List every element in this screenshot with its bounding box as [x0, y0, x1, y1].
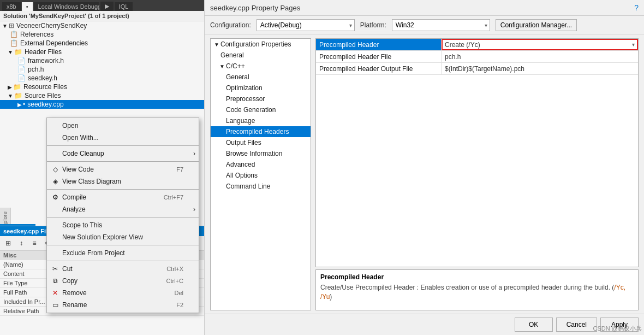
tree-item-header-files[interactable]: ▼ 📁 Header Files: [0, 48, 204, 56]
solution-label: VeoneerCherrySendKey: [16, 22, 87, 30]
dialog-body: ▼ Configuration Properties General ▼ C/C…: [205, 35, 644, 314]
tree-advanced[interactable]: Advanced: [211, 159, 311, 170]
tree-item-pch-h[interactable]: 📄 pch.h: [0, 65, 204, 74]
tree-item-resource-files[interactable]: ▶ 📁 Resource Files: [0, 83, 204, 91]
optimization-label: Optimization: [226, 84, 263, 92]
ctx-rename[interactable]: ▭ Rename F2: [47, 299, 199, 311]
dropdown-arrow-icon: ▾: [632, 42, 635, 48]
tree-general[interactable]: General: [211, 50, 311, 61]
code-gen-label: Code Generation: [226, 106, 276, 114]
tab-xhb[interactable]: x8b: [2, 2, 21, 11]
ctx-analyze[interactable]: Analyze ›: [47, 203, 199, 215]
tree-config-props[interactable]: ▼ Configuration Properties: [211, 39, 311, 50]
tree-cpp[interactable]: ▼ C/C++: [211, 61, 311, 72]
ctx-sep-5: [47, 245, 199, 245]
tree-item-seedkey-h[interactable]: 📄 seedkey.h: [0, 74, 204, 83]
tree-output-files[interactable]: Output Files: [211, 137, 311, 148]
ctx-open[interactable]: Open: [47, 120, 199, 132]
tree-all-options[interactable]: All Options: [211, 170, 311, 181]
ctx-view-class-diagram[interactable]: ◈ View Class Diagram: [47, 175, 199, 187]
tab-debug[interactable]: ▶: [100, 2, 114, 11]
tree-item-seedkey-cpp[interactable]: ▶ • seedkey.cpp: [0, 100, 204, 109]
source-files-label: Source Files: [25, 92, 61, 99]
remove-icon: ✕: [50, 289, 60, 297]
tree-item-framework-h[interactable]: 📄 framework.h: [0, 56, 204, 65]
preprocessor-label: Preprocessor: [226, 95, 265, 103]
ctx-new-explorer-label: New Solution Explorer View: [62, 233, 143, 241]
compile-shortcut: Ctrl+F7: [164, 194, 183, 201]
compile-icon: ⚙: [50, 193, 60, 201]
ok-button[interactable]: OK: [515, 318, 553, 332]
header-files-label: Header Files: [25, 48, 62, 56]
ctx-compile[interactable]: ⚙ Compile Ctrl+F7: [47, 191, 199, 203]
ctx-exclude-from-project[interactable]: Exclude From Project: [47, 247, 199, 259]
ctx-open-label: Open: [62, 122, 78, 130]
grid-cell-ph-label: Precompiled Header: [316, 39, 442, 50]
tree-preprocessor[interactable]: Preprocessor: [211, 93, 311, 104]
config-select-wrapper[interactable]: Active(Debug): [257, 19, 355, 31]
expand-cpp-icon: ▼: [218, 63, 226, 69]
tree-language[interactable]: Language: [211, 115, 311, 126]
tree-browse-info[interactable]: Browse Information: [211, 148, 311, 159]
tree-item-solution[interactable]: ▼ ⊞ VeoneerCherrySendKey: [0, 21, 204, 30]
tree-optimization[interactable]: Optimization: [211, 83, 311, 93]
grid-cell-ph-value[interactable]: Create (/Yc) ▾: [442, 39, 638, 50]
properties-file-label: seedkey.cpp: [3, 228, 39, 234]
ctx-copy[interactable]: ⧉ Copy Ctrl+C: [47, 275, 199, 287]
resource-files-label: Resource Files: [23, 83, 67, 91]
submenu-arrow-analyze: ›: [193, 205, 195, 213]
file-icon-skh: 📄: [17, 74, 26, 82]
rename-icon: ▭: [50, 301, 60, 309]
ctx-view-code[interactable]: ◇ View Code F7: [47, 163, 199, 175]
props-grid-view-btn[interactable]: ⊞: [2, 237, 14, 249]
tree-item-references[interactable]: 📋 References: [0, 30, 204, 39]
dialog-buttons: OK Cancel Apply: [205, 314, 644, 335]
tree-item-source-files[interactable]: ▼ 📁 Source Files: [0, 91, 204, 100]
tab-active[interactable]: •: [22, 2, 33, 11]
dialog-help-icon[interactable]: ?: [634, 3, 639, 12]
browse-info-label: Browse Information: [226, 150, 282, 157]
ctx-new-explorer-view[interactable]: New Solution Explorer View: [47, 231, 199, 243]
phf-label-text: Precompiled Header File: [319, 53, 391, 61]
ctx-scope-to-this[interactable]: Scope to This: [47, 219, 199, 231]
config-select[interactable]: Active(Debug): [257, 19, 355, 31]
tree-item-external-deps[interactable]: 📋 External Dependencies: [0, 39, 204, 48]
remove-shortcut: Del: [174, 290, 183, 296]
config-manager-button[interactable]: Configuration Manager...: [496, 19, 577, 31]
ctx-cut[interactable]: ✂ Cut Ctrl+X: [47, 263, 199, 275]
ctx-remove[interactable]: ✕ Remove Del: [47, 287, 199, 299]
expand-icon-hf: ▼: [8, 49, 13, 55]
props-category-btn[interactable]: ≡: [28, 237, 40, 249]
ctx-sep-1: [47, 145, 199, 146]
props-alpha-sort-btn[interactable]: ↕: [15, 237, 27, 249]
tree-cpp-general[interactable]: General: [211, 72, 311, 83]
tab-local-debugger[interactable]: Local Windows Debugger: [34, 2, 99, 11]
solution-explorer-title: Solution 'MySendKeyProject' (1 of 1 proj…: [0, 11, 204, 21]
tree-command-line[interactable]: Command Line: [211, 181, 311, 192]
props-desc-text: Create/Use Precompiled Header : Enables …: [320, 283, 634, 302]
highlight-flags: /Yc, /Yu: [320, 284, 625, 301]
cancel-button[interactable]: Cancel: [556, 318, 597, 332]
grid-cell-phf-value: pch.h: [442, 51, 638, 62]
file-icon-fw: 📄: [17, 57, 26, 64]
external-deps-label: External Dependencies: [20, 39, 88, 47]
platform-select-wrapper[interactable]: Win32: [392, 19, 490, 31]
header-files-icon: 📁: [14, 48, 22, 56]
solution-icon: ⊞: [9, 22, 14, 30]
grid-row-ph-output[interactable]: Precompiled Header Output File $(IntDir)…: [316, 63, 638, 75]
grid-row-ph-file[interactable]: Precompiled Header File pch.h: [316, 51, 638, 63]
ctx-open-with[interactable]: Open With...: [47, 132, 199, 144]
platform-select[interactable]: Win32: [392, 19, 490, 31]
context-menu: Open Open With... Code Cleanup › ◇ View …: [46, 117, 199, 313]
tree-precompiled-headers[interactable]: Precompiled Headers: [211, 126, 311, 137]
file-icon-skcpp: •: [23, 101, 25, 108]
grid-row-precompiled-header[interactable]: Precompiled Header Create (/Yc) ▾: [316, 39, 638, 51]
view-class-icon: ◈: [50, 178, 60, 185]
tree-code-gen[interactable]: Code Generation: [211, 104, 311, 115]
cpp-general-label: General: [226, 73, 249, 81]
copy-icon: ⧉: [50, 277, 60, 285]
source-files-icon: 📁: [14, 92, 22, 99]
ctx-open-with-label: Open With...: [62, 134, 99, 142]
ctx-code-cleanup[interactable]: Code Cleanup ›: [47, 148, 199, 160]
tab-iql[interactable]: IQL: [115, 2, 133, 11]
